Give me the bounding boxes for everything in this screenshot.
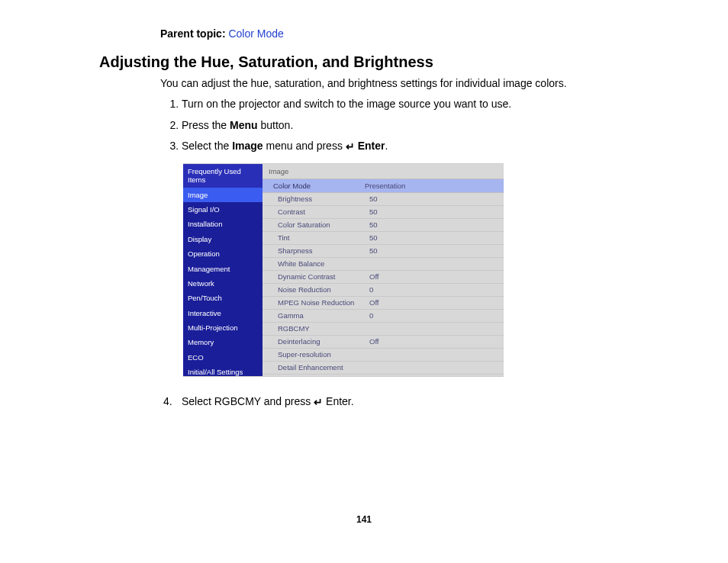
menu-right-selected-row: Color Mode Presentation	[263, 179, 504, 193]
menu-left-item: Pen/Touch	[183, 291, 263, 305]
menu-left-item: Signal I/O	[183, 202, 263, 217]
menu-row-label: Brightness	[278, 195, 369, 203]
menu-row: White Balance	[263, 258, 504, 271]
menu-row-value	[369, 376, 498, 377]
parent-topic-line: Parent topic: Color Mode	[160, 27, 629, 40]
menu-row: Contrast50	[263, 206, 504, 219]
menu-row-label: Color Mode	[273, 182, 365, 190]
menu-left-item: Operation	[183, 246, 263, 261]
menu-right-pane: Image Color Mode Presentation Brightness…	[263, 164, 504, 376]
menu-left-item: Management	[183, 262, 263, 276]
menu-left-item: Multi-Projection	[183, 320, 263, 335]
menu-left-item: Initial/All Settings	[183, 365, 263, 377]
parent-topic-link[interactable]: Color Mode	[228, 27, 283, 40]
menu-row: Super-resolution	[263, 349, 504, 362]
menu-row-value: 0	[369, 311, 498, 320]
menu-row-label: Gamma	[278, 311, 369, 320]
menu-row-label: Detail Enhancement	[278, 363, 369, 372]
step-3: Select the Image menu and press ↵ Enter.	[182, 139, 629, 154]
step-3-b: Image	[232, 140, 263, 152]
step-2-b: Menu	[230, 119, 258, 131]
page-heading: Adjusting the Hue, Saturation, and Brigh…	[99, 53, 629, 71]
enter-icon: ↵	[346, 140, 355, 155]
menu-row-value	[369, 363, 498, 372]
menu-row-label: RGBCMY	[278, 324, 369, 333]
step-4-d: Enter	[326, 395, 351, 407]
menu-screenshot: Frequently Used Items Image Signal I/O I…	[183, 163, 504, 377]
menu-row-label: MPEG Noise Reduction	[278, 298, 369, 307]
steps-list: Turn on the projector and switch to the …	[160, 97, 629, 154]
menu-row: Color Saturation50	[263, 219, 504, 232]
parent-topic-label: Parent topic:	[160, 27, 226, 40]
menu-row-label: Noise Reduction	[278, 285, 369, 294]
menu-row-value: 50	[369, 195, 498, 203]
menu-left-item: Display	[183, 232, 263, 246]
menu-row-value: Presentation	[365, 182, 498, 190]
menu-row-label: Sharpness	[278, 246, 369, 255]
step-3-c: menu and press	[263, 140, 346, 152]
page-number: 141	[99, 514, 629, 525]
enter-icon: ↵	[314, 396, 323, 408]
menu-left-item: Memory	[183, 335, 263, 349]
step-2: Press the Menu button.	[182, 118, 629, 134]
step-3-a: Select the	[182, 140, 232, 152]
menu-row: Detail Enhancement	[263, 362, 504, 375]
menu-row: Noise Reduction0	[263, 284, 504, 297]
menu-row-label: Super-resolution	[278, 350, 369, 359]
menu-row: Brightness50	[263, 193, 504, 206]
menu-row: DeinterlacingOff	[263, 336, 504, 349]
menu-row-label: White Balance	[278, 259, 369, 268]
menu-row-value	[369, 350, 498, 359]
menu-row-value	[369, 324, 498, 333]
menu-row-label: Color Saturation	[278, 220, 369, 229]
step-4-b: RGBCMY	[214, 395, 261, 407]
menu-left-item: Network	[183, 276, 263, 291]
menu-left-item: Interactive	[183, 306, 263, 320]
menu-left-item: Frequently Used Items	[183, 164, 263, 188]
step-3-d: Enter	[358, 140, 385, 152]
document-page: Parent topic: Color Mode Adjusting the H…	[0, 0, 728, 555]
step-4-number: 4.	[163, 395, 179, 407]
menu-row-label: Reset to Defaults	[278, 376, 369, 377]
menu-row-value: Off	[369, 337, 498, 346]
step-4-e: .	[351, 395, 354, 407]
menu-left-item-selected: Image	[183, 188, 263, 202]
menu-left-pane: Frequently Used Items Image Signal I/O I…	[183, 164, 263, 376]
menu-row: Dynamic ContrastOff	[263, 271, 504, 284]
menu-row-value: 50	[369, 233, 498, 242]
menu-left-item: ECO	[183, 350, 263, 365]
step-4-a: Select	[182, 395, 214, 407]
menu-row-value	[369, 259, 498, 268]
step-1: Turn on the projector and switch to the …	[182, 97, 629, 112]
menu-left-item: Installation	[183, 217, 263, 231]
menu-row-value: Off	[369, 298, 498, 307]
menu-row-value: 50	[369, 246, 498, 255]
menu-row-value: 50	[369, 208, 498, 216]
intro-text: You can adjust the hue, saturation, and …	[160, 77, 629, 89]
step-3-e: .	[385, 140, 388, 152]
menu-row: MPEG Noise ReductionOff	[263, 297, 504, 310]
menu-right-header: Image	[263, 164, 504, 179]
step-4: 4. Select RGBCMY and press ↵ Enter.	[160, 395, 629, 407]
menu-row-label: Deinterlacing	[278, 337, 369, 346]
step-2-a: Press the	[182, 119, 230, 131]
menu-row: Sharpness50	[263, 245, 504, 258]
step-2-c: button.	[258, 119, 294, 131]
menu-row: Reset to Defaults	[263, 375, 504, 377]
menu-row-label: Dynamic Contrast	[278, 272, 369, 281]
menu-row: Gamma0	[263, 310, 504, 323]
menu-row-value: 0	[369, 285, 498, 294]
step-1-text: Turn on the projector and switch to the …	[182, 98, 511, 110]
menu-row-label: Contrast	[278, 208, 369, 216]
menu-row-label: Tint	[278, 233, 369, 242]
menu-row: RGBCMY	[263, 323, 504, 336]
menu-row-value: Off	[369, 272, 498, 281]
step-4-c: and press	[261, 395, 314, 407]
menu-row: Tint50	[263, 232, 504, 245]
menu-row-value: 50	[369, 220, 498, 229]
